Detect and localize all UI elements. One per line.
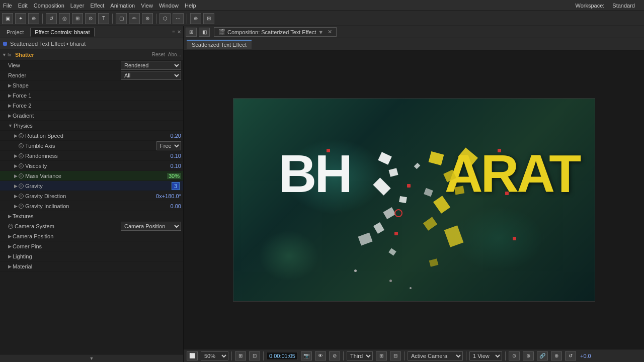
tumble-axis-dropdown[interactable]: Free X Y Z bbox=[156, 141, 181, 150]
resolution-btn[interactable]: ⊞ bbox=[235, 351, 246, 360]
corners-expand[interactable]: ▶ bbox=[8, 244, 12, 249]
menu-effect[interactable]: Effect bbox=[90, 3, 104, 9]
tool-snapping[interactable]: ⊕ bbox=[190, 13, 201, 24]
mass-variance-value[interactable]: 30% bbox=[167, 173, 181, 179]
panel-menu-btn[interactable]: ≡ bbox=[172, 29, 175, 35]
guides-btn[interactable]: ⊟ bbox=[390, 351, 401, 360]
gravity-value-edit[interactable]: 3 bbox=[172, 182, 180, 190]
gradient-expand[interactable]: ▶ bbox=[8, 113, 12, 118]
shatter-reset-btn[interactable]: Reset bbox=[152, 52, 165, 57]
visc-stopwatch-icon[interactable]: ⏱ bbox=[19, 163, 24, 168]
camera-system-dropdown[interactable]: Camera Position Comp Camera bbox=[121, 222, 181, 231]
camera-position-row[interactable]: ▶ Camera Position bbox=[0, 231, 183, 241]
tool-select[interactable]: ▣ bbox=[2, 13, 13, 24]
zoom-dropdown[interactable]: 50% 100% 25% bbox=[201, 351, 228, 360]
force1-row[interactable]: ▶ Force 1 bbox=[0, 90, 183, 101]
tool-3d[interactable]: ⊟ bbox=[203, 13, 214, 24]
visc-expand[interactable]: ▶ bbox=[14, 163, 18, 168]
rotation-stopwatch-icon[interactable]: ⏱ bbox=[19, 133, 24, 138]
comp-panel-btn2[interactable]: ◧ bbox=[199, 28, 210, 37]
shatter-section-header[interactable]: ▼ fx Shatter Reset Abo... bbox=[0, 49, 183, 60]
shape-row[interactable]: ▶ Shape bbox=[0, 80, 183, 90]
view-dropdown[interactable]: Rendered Wireframe bbox=[121, 61, 181, 70]
menu-composition[interactable]: Composition bbox=[34, 3, 64, 9]
tool-feather[interactable]: ⋯ bbox=[173, 13, 184, 24]
rand-expand[interactable]: ▶ bbox=[14, 153, 18, 158]
tool-text[interactable]: T bbox=[98, 13, 109, 24]
physics-expand[interactable]: ▼ bbox=[8, 123, 13, 128]
tool-paint[interactable]: ✏ bbox=[129, 13, 140, 24]
grid-btn[interactable]: ⊞ bbox=[376, 351, 387, 360]
tool-puppet[interactable]: ◎ bbox=[59, 13, 70, 24]
show-snapshot-btn[interactable]: 👁 bbox=[315, 351, 326, 360]
gravity-inclination-value[interactable]: 0.00 bbox=[171, 203, 181, 209]
tool-roto[interactable]: ⊞ bbox=[72, 13, 83, 24]
rand-stopwatch-icon[interactable]: ⏱ bbox=[19, 153, 24, 158]
gravity-direction-value[interactable]: 0x+180.0° bbox=[156, 193, 181, 199]
region-btn[interactable]: ⊡ bbox=[249, 351, 260, 360]
mass-stopwatch-icon[interactable]: ⏱ bbox=[19, 173, 24, 178]
menu-layer[interactable]: Layer bbox=[70, 3, 85, 9]
fit-to-comp-btn[interactable]: ⬜ bbox=[187, 351, 198, 360]
properties-scroll-down[interactable]: ▼ bbox=[0, 354, 183, 362]
view-count-dropdown[interactable]: 1 View 2 Views 4 Views bbox=[469, 351, 502, 360]
tumble-stopwatch-icon[interactable]: ⏱ bbox=[19, 143, 24, 148]
reset-exposure-btn[interactable]: ↺ bbox=[565, 351, 576, 360]
lighting-row[interactable]: ▶ Lighting bbox=[0, 251, 183, 261]
corner-pins-row[interactable]: ▶ Corner Pins bbox=[0, 241, 183, 251]
force1-expand[interactable]: ▶ bbox=[8, 93, 12, 98]
gravity-expand[interactable]: ▶ bbox=[14, 184, 18, 189]
force2-row[interactable]: ▶ Force 2 bbox=[0, 101, 183, 111]
tool-mask[interactable]: ⬡ bbox=[159, 13, 171, 24]
render-dropdown[interactable]: All Layer bbox=[121, 71, 181, 80]
force2-expand[interactable]: ▶ bbox=[8, 103, 12, 108]
menu-file[interactable]: File bbox=[3, 3, 12, 9]
tool-camera[interactable]: ⊙ bbox=[85, 13, 96, 24]
gdir-stopwatch-icon[interactable]: ⏱ bbox=[19, 194, 24, 199]
textures-row[interactable]: ▶ Textures bbox=[0, 211, 183, 221]
textures-expand[interactable]: ▶ bbox=[8, 214, 12, 219]
tool-clone[interactable]: ⊛ bbox=[142, 13, 153, 24]
ginc-stopwatch-icon[interactable]: ⏱ bbox=[19, 204, 24, 209]
panel-close-btn[interactable]: ✕ bbox=[177, 29, 181, 35]
shatter-about-btn[interactable]: Abo... bbox=[168, 52, 181, 57]
physics-row[interactable]: ▼ Physics bbox=[0, 121, 183, 131]
cam-stopwatch-icon[interactable]: ⏱ bbox=[8, 224, 13, 229]
material-expand[interactable]: ▶ bbox=[8, 264, 12, 269]
rotation-expand[interactable]: ▶ bbox=[14, 133, 18, 138]
time-code-display[interactable]: 0:00:01:05 bbox=[267, 352, 298, 360]
gravity-stopwatch-icon[interactable]: ⏱ bbox=[19, 184, 24, 189]
lighting-expand[interactable]: ▶ bbox=[8, 254, 12, 259]
viscosity-value[interactable]: 0.10 bbox=[171, 163, 181, 169]
timeline-btn[interactable]: 🔗 bbox=[537, 351, 548, 360]
comp-panel-btn[interactable]: ⊞ bbox=[186, 28, 197, 37]
shatter-collapse-arrow[interactable]: ▼ bbox=[2, 52, 7, 57]
randomness-value[interactable]: 0.10 bbox=[171, 153, 181, 159]
menu-edit[interactable]: Edit bbox=[18, 3, 28, 9]
menu-view[interactable]: View bbox=[141, 3, 153, 9]
tab-effect-controls[interactable]: Effect Controls: bharat bbox=[30, 28, 94, 37]
tool-zoom[interactable]: ⊕ bbox=[28, 13, 39, 24]
comp-options-arrow[interactable]: ▼ bbox=[318, 29, 324, 35]
flow-btn[interactable]: ⊕ bbox=[551, 351, 562, 360]
rotation-speed-value[interactable]: 0.20 bbox=[171, 133, 181, 139]
snapshot-btn[interactable]: 📷 bbox=[301, 351, 312, 360]
transparency-btn[interactable]: ⊘ bbox=[329, 351, 340, 360]
tab-project[interactable]: Project bbox=[2, 28, 28, 37]
mass-expand[interactable]: ▶ bbox=[14, 173, 18, 178]
comp-close-btn[interactable]: ✕ bbox=[328, 29, 332, 35]
menu-help[interactable]: Help bbox=[185, 3, 196, 9]
gdir-expand[interactable]: ▶ bbox=[14, 194, 18, 199]
camera-dropdown[interactable]: Active Camera bbox=[408, 351, 463, 360]
tool-rotate[interactable]: ↺ bbox=[46, 13, 57, 24]
gradient-row[interactable]: ▶ Gradient bbox=[0, 111, 183, 121]
material-row[interactable]: ▶ Material bbox=[0, 261, 183, 272]
view-mode-dropdown[interactable]: Third Half Full bbox=[347, 351, 373, 360]
fast-preview-btn[interactable]: ⊛ bbox=[523, 351, 534, 360]
render-queue-btn[interactable]: ⊙ bbox=[509, 351, 520, 360]
menu-window[interactable]: Window bbox=[159, 3, 179, 9]
tool-pen[interactable]: ✦ bbox=[15, 13, 26, 24]
ginc-expand[interactable]: ▶ bbox=[14, 204, 18, 209]
shape-expand[interactable]: ▶ bbox=[8, 83, 12, 88]
menu-animation[interactable]: Animation bbox=[110, 3, 135, 9]
